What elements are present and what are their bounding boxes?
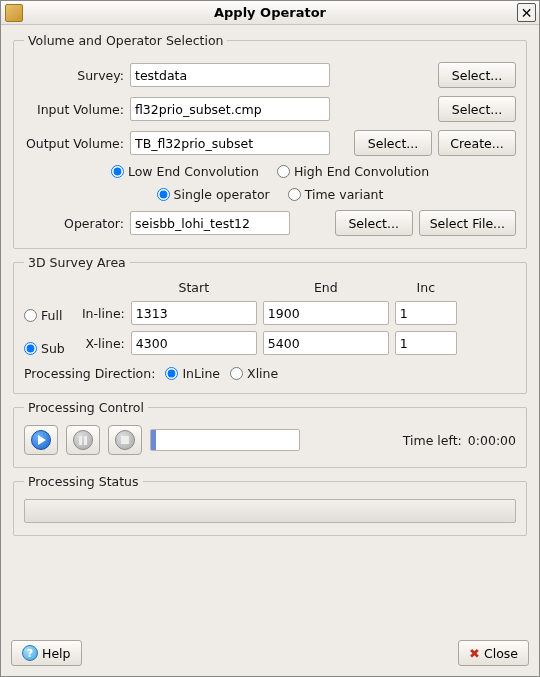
operator-input[interactable]: [130, 211, 290, 235]
input-volume-label: Input Volume:: [24, 102, 124, 117]
pd-xline-radio[interactable]: Xline: [230, 366, 278, 381]
conv-low-radio-input[interactable]: [111, 165, 124, 178]
close-icon: ✕: [521, 6, 533, 20]
play-button[interactable]: [24, 425, 58, 455]
window-close-button[interactable]: ✕: [517, 3, 536, 22]
footer: ? Help ✖ Close: [1, 634, 539, 676]
operator-select-file-button[interactable]: Select File...: [419, 210, 516, 236]
survey-area-legend: 3D Survey Area: [24, 255, 130, 270]
stop-button[interactable]: [108, 425, 142, 455]
op-tv-radio[interactable]: Time variant: [288, 187, 384, 202]
pd-inline-radio-input[interactable]: [165, 367, 178, 380]
time-left-value: 0:00:00: [468, 433, 516, 448]
xline-inc-input[interactable]: [395, 331, 457, 355]
output-volume-input[interactable]: [130, 131, 330, 155]
proc-dir-label: Processing Direction:: [24, 366, 155, 381]
pd-inline-radio[interactable]: InLine: [165, 366, 220, 381]
xline-label: X-line:: [77, 336, 125, 351]
conv-high-radio-input[interactable]: [277, 165, 290, 178]
content: Volume and Operator Selection Survey: Se…: [1, 25, 539, 634]
progress-fill: [151, 430, 156, 450]
input-volume-select-button[interactable]: Select...: [438, 96, 516, 122]
operator-label: Operator:: [24, 216, 124, 231]
conv-high-radio[interactable]: High End Convolution: [277, 164, 429, 179]
op-tv-radio-input[interactable]: [288, 188, 301, 201]
help-button[interactable]: ? Help: [11, 640, 82, 666]
area-sub-radio[interactable]: Sub: [24, 341, 65, 356]
survey-select-button[interactable]: Select...: [438, 62, 516, 88]
area-full-radio[interactable]: Full: [24, 308, 65, 323]
operator-select-button[interactable]: Select...: [335, 210, 413, 236]
titlebar: Apply Operator ✕: [1, 1, 539, 25]
help-icon: ?: [22, 645, 38, 661]
xline-start-input[interactable]: [131, 331, 257, 355]
processing-control-legend: Processing Control: [24, 400, 148, 415]
survey-area-group: 3D Survey Area Full Sub Start: [13, 255, 527, 394]
inline-start-input[interactable]: [131, 301, 257, 325]
xline-end-input[interactable]: [263, 331, 389, 355]
area-sub-radio-input[interactable]: [24, 342, 37, 355]
col-end-header: End: [263, 280, 389, 295]
window-icon: [5, 4, 23, 22]
stop-icon: [115, 430, 135, 450]
area-full-radio-input[interactable]: [24, 309, 37, 322]
input-volume-input[interactable]: [130, 97, 330, 121]
col-inc-header: Inc: [395, 280, 457, 295]
inline-label: In-line:: [77, 306, 125, 321]
processing-control-group: Processing Control Time left: 0:00:00: [13, 400, 527, 468]
close-icon: ✖: [469, 647, 480, 660]
close-button[interactable]: ✖ Close: [458, 640, 529, 666]
processing-status-legend: Processing Status: [24, 474, 143, 489]
progress-bar: [150, 429, 300, 451]
volume-operator-group: Volume and Operator Selection Survey: Se…: [13, 33, 527, 249]
volume-operator-legend: Volume and Operator Selection: [24, 33, 227, 48]
output-volume-create-button[interactable]: Create...: [438, 130, 516, 156]
op-single-radio-input[interactable]: [157, 188, 170, 201]
op-single-radio[interactable]: Single operator: [157, 187, 270, 202]
pause-button[interactable]: [66, 425, 100, 455]
pause-icon: [73, 430, 93, 450]
status-box: [24, 499, 516, 523]
window-title: Apply Operator: [23, 5, 539, 20]
inline-inc-input[interactable]: [395, 301, 457, 325]
processing-status-group: Processing Status: [13, 474, 527, 536]
dialog-window: Apply Operator ✕ Volume and Operator Sel…: [0, 0, 540, 677]
time-left-label: Time left:: [403, 433, 462, 448]
output-volume-label: Output Volume:: [24, 136, 124, 151]
pd-xline-radio-input[interactable]: [230, 367, 243, 380]
output-volume-select-button[interactable]: Select...: [354, 130, 432, 156]
survey-input[interactable]: [130, 63, 330, 87]
survey-label: Survey:: [24, 68, 124, 83]
inline-end-input[interactable]: [263, 301, 389, 325]
col-start-header: Start: [131, 280, 257, 295]
play-icon: [31, 430, 51, 450]
conv-low-radio[interactable]: Low End Convolution: [111, 164, 259, 179]
